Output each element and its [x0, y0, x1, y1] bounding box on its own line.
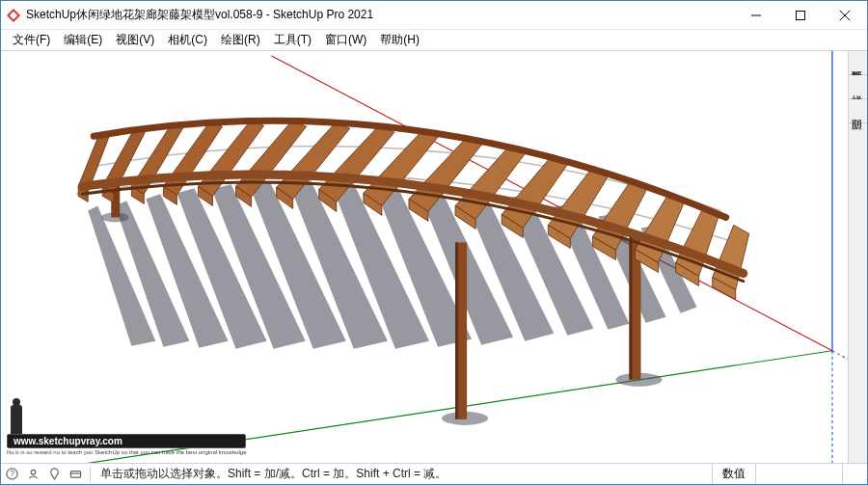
tray-tab-shadows[interactable]: 阴影	[849, 99, 867, 123]
watermark-url: www.sketchupvray.com	[7, 434, 246, 448]
menu-edit[interactable]: 编辑(E)	[58, 30, 108, 50]
title-bar: SketchUp休闲绿地花架廊架藤架模型vol.058-9 - SketchUp…	[1, 1, 867, 30]
svg-line-7	[832, 351, 848, 399]
workspace: www.sketchupvray.com No b is so reward n…	[1, 51, 867, 463]
tray-tab-styles[interactable]: 样式	[849, 75, 867, 99]
menu-view[interactable]: 视图(V)	[110, 30, 160, 50]
status-message: 单击或拖动以选择对象。Shift = 加/减。Ctrl = 加。Shift + …	[95, 466, 712, 482]
svg-text:?: ?	[10, 469, 14, 478]
svg-rect-31	[629, 234, 632, 379]
status-measure-label: 数值	[712, 464, 755, 484]
svg-rect-33	[455, 242, 458, 418]
maximize-button[interactable]	[778, 1, 823, 30]
window-controls	[734, 1, 867, 30]
status-user-icon[interactable]	[22, 468, 43, 480]
tray-tab-default[interactable]: 默认面板	[849, 51, 867, 75]
menu-help[interactable]: 帮助(H)	[374, 30, 425, 50]
status-resize-grip[interactable]	[842, 464, 867, 484]
svg-point-70	[31, 470, 36, 474]
watermark-figure-icon	[11, 405, 22, 434]
menu-window[interactable]: 窗口(W)	[319, 30, 372, 50]
menu-draw[interactable]: 绘图(R)	[215, 30, 266, 50]
status-bar: ? 单击或拖动以选择对象。Shift = 加/减。Ctrl = 加。Shift …	[1, 463, 867, 484]
3d-viewport[interactable]: www.sketchupvray.com No b is so reward n…	[1, 51, 848, 463]
menu-file[interactable]: 文件(F)	[7, 30, 56, 50]
menu-tools[interactable]: 工具(T)	[268, 30, 317, 50]
window-title: SketchUp休闲绿地花架廊架藤架模型vol.058-9 - SketchUp…	[26, 7, 734, 23]
status-geo-icon[interactable]	[43, 468, 65, 480]
close-button[interactable]	[823, 1, 867, 30]
svg-rect-3	[797, 11, 805, 19]
minimize-button[interactable]	[734, 1, 778, 30]
status-credit-icon[interactable]	[65, 468, 86, 480]
menu-camera[interactable]: 相机(C)	[162, 30, 213, 50]
status-help-icon[interactable]: ?	[1, 468, 22, 480]
svg-rect-71	[70, 472, 80, 478]
viewport-canvas	[1, 51, 848, 463]
menu-bar: 文件(F) 编辑(E) 视图(V) 相机(C) 绘图(R) 工具(T) 窗口(W…	[1, 30, 867, 51]
watermark: www.sketchupvray.com No b is so reward n…	[7, 405, 246, 455]
status-measure-input[interactable]	[755, 464, 842, 484]
watermark-tagline: No b is so reward no to teach you Sketch…	[7, 449, 246, 455]
side-tray: 默认面板 样式 阴影	[848, 51, 867, 463]
app-icon	[1, 1, 26, 30]
